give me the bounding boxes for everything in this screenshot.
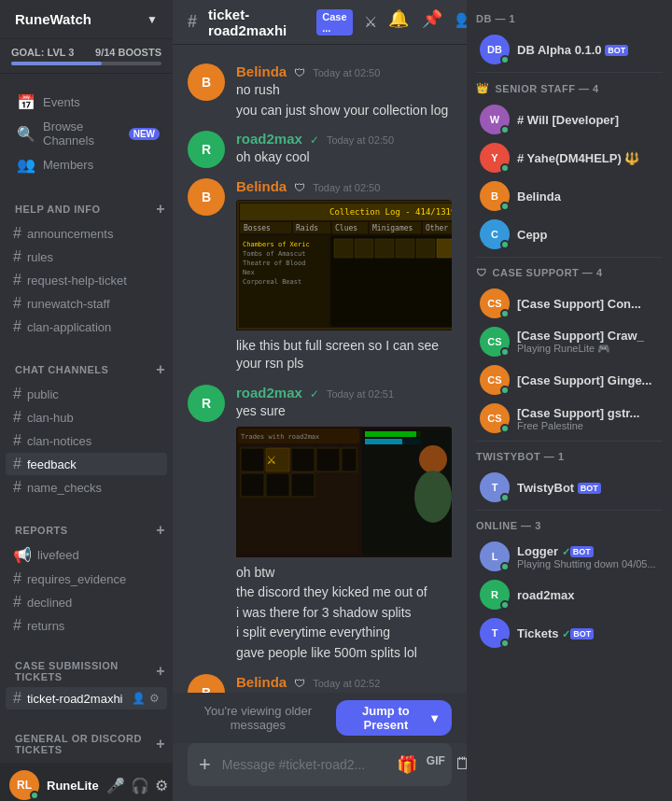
- channel-declined[interactable]: # declined: [6, 591, 167, 613]
- jump-to-present-button[interactable]: Jump to Present ▼: [336, 700, 452, 736]
- rs-member-gstr[interactable]: CS [Case Support] gstr... Free Palestine: [472, 400, 666, 437]
- gif-icon[interactable]: GIF: [427, 754, 445, 775]
- avatar: R: [188, 385, 225, 422]
- help-section-header: HELP AND INFO +: [0, 197, 173, 221]
- rs-member-name: [Case Support] gstr...: [517, 406, 659, 420]
- gift-icon[interactable]: 🎁: [397, 754, 417, 775]
- rs-member-info: road2max: [517, 588, 659, 602]
- channel-ticket-road2maxhi[interactable]: # ticket-road2maxhi 👤 ⚙: [6, 687, 167, 710]
- rs-divider: [476, 510, 663, 511]
- rs-member-info: Tickets ✓BOT: [517, 626, 659, 640]
- svg-rect-38: [342, 448, 357, 471]
- channel-tag[interactable]: Case ...: [316, 9, 352, 35]
- members-icon: 👥: [17, 156, 35, 174]
- channel-clan-notices[interactable]: # clan-notices: [6, 429, 167, 452]
- status-dot: [500, 562, 510, 571]
- sidebar-item-members[interactable]: 👥 Members: [6, 152, 167, 177]
- channel-requires-evidence[interactable]: # requires_evidence: [6, 568, 167, 590]
- svg-text:Trades with road2max: Trades with road2max: [241, 433, 319, 441]
- gear-icon[interactable]: ⚙: [149, 692, 160, 705]
- channel-feedback[interactable]: # feedback: [6, 453, 167, 475]
- bell-icon[interactable]: 🔔: [388, 8, 409, 36]
- channel-hash-icon: #: [188, 12, 197, 32]
- sidebar-item-events[interactable]: 📅 Events: [6, 90, 167, 115]
- message-content: road2max ✓ Today at 02:51 yes sure Trade…: [236, 385, 452, 665]
- rs-member-name: # Will [Developer]: [517, 113, 659, 127]
- channel-request-help-ticket[interactable]: # request-help-ticket: [6, 269, 167, 291]
- right-sidebar: DB — 1 DB DB Alpha 0.1.0 BOT 👑 SENIOR ST…: [467, 0, 672, 801]
- channel-public[interactable]: # public: [6, 383, 167, 405]
- message-content: road2max ✓ Today at 02:50 oh okay cool: [236, 131, 452, 169]
- channel-returns[interactable]: # returns: [6, 614, 167, 637]
- rs-member-road2max[interactable]: R road2max: [472, 576, 666, 613]
- message-line: oh okay cool: [236, 148, 452, 167]
- avatar-initials: C: [491, 229, 498, 240]
- rs-member-belinda[interactable]: B Belinda: [472, 177, 666, 215]
- rs-section-header-twisty: TWISTYBOT — 1: [467, 445, 672, 468]
- pin-icon[interactable]: 📌: [422, 8, 442, 36]
- status-dot: [500, 55, 510, 64]
- checkmark-icon: ✓: [562, 628, 570, 639]
- headphones-icon[interactable]: 🎧: [131, 777, 149, 794]
- chat-channel-title: ticket-road2maxhi: [208, 7, 287, 38]
- chat-input[interactable]: [222, 747, 385, 782]
- add-ticket-icon[interactable]: +: [156, 663, 165, 680]
- status-dot: [500, 163, 510, 173]
- sidebar-item-browse[interactable]: 🔍 Browse Channels NEW: [6, 116, 167, 151]
- channel-clan-hub[interactable]: # clan-hub: [6, 406, 167, 429]
- message-line: i split everytime everything: [236, 624, 452, 642]
- rs-member-will[interactable]: W # Will [Developer]: [472, 101, 666, 138]
- person-icon[interactable]: 👤: [132, 692, 146, 705]
- reports-section-header: REPORTS +: [0, 518, 173, 542]
- rs-member-tickets[interactable]: T Tickets ✓BOT: [472, 614, 666, 652]
- rs-member-status: Playing Shutting down 04/05...: [517, 558, 659, 569]
- mic-icon[interactable]: 🎤: [106, 777, 125, 794]
- channel-name-checks[interactable]: # name_checks: [6, 476, 167, 499]
- server-header[interactable]: RuneWatch ▼: [0, 0, 173, 39]
- rs-member-info: # Yahe(DM4HELP) 🔱: [517, 151, 659, 165]
- message-author: road2max: [236, 385, 302, 400]
- rs-member-logger[interactable]: L Logger ✓BOT Playing Shutting down 04/0…: [472, 538, 666, 575]
- avatar-initials: T: [492, 627, 498, 639]
- rs-member-name: Logger ✓BOT: [517, 544, 659, 558]
- add-reports-icon[interactable]: +: [156, 522, 165, 539]
- hash-icon: #: [13, 594, 21, 611]
- user-info: RuneLite: [47, 779, 99, 793]
- rs-member-info: Logger ✓BOT Playing Shutting down 04/05.…: [517, 544, 659, 569]
- rs-member-con[interactable]: CS [Case Support] Con...: [472, 285, 666, 322]
- user-area-1: RL RuneLite 🎤 🎧 ⚙: [0, 763, 173, 801]
- svg-rect-36: [291, 448, 315, 471]
- channel-runewatch-staff[interactable]: # runewatch-staff: [6, 292, 167, 315]
- avatar: B: [188, 674, 225, 693]
- older-messages-banner: You're viewing older messages Jump to Pr…: [173, 693, 467, 743]
- rs-member-cepp[interactable]: C Cepp: [472, 216, 666, 253]
- channel-label: clan-notices: [27, 434, 160, 448]
- channel-announcements[interactable]: # announcements: [6, 222, 167, 245]
- svg-text:⚔: ⚔: [267, 450, 276, 468]
- add-chat-channel-icon[interactable]: +: [156, 361, 165, 378]
- message-header: road2max ✓ Today at 02:50: [236, 131, 452, 147]
- rs-avatar: T: [480, 618, 510, 648]
- rs-section-label: SENIOR STAFF — 4: [496, 83, 599, 94]
- add-attachment-icon[interactable]: +: [195, 743, 215, 786]
- add-help-channel-icon[interactable]: +: [156, 201, 165, 218]
- rs-member-yahe[interactable]: Y # Yahe(DM4HELP) 🔱: [472, 139, 666, 176]
- mod-shield-icon: 🛡: [294, 66, 305, 79]
- rs-member-ginge[interactable]: CS [Case Support] Ginge...: [472, 361, 666, 399]
- channel-label: runewatch-staff: [27, 297, 160, 311]
- channel-clan-application[interactable]: # clan-application: [6, 316, 167, 338]
- rs-member-db-alpha[interactable]: DB DB Alpha 0.1.0 BOT: [472, 31, 666, 68]
- rs-member-craw[interactable]: CS [Case Support] Craw_ Playing RuneLite…: [472, 323, 666, 360]
- svg-rect-25: [416, 239, 435, 258]
- settings-icon[interactable]: ⚙: [155, 777, 168, 794]
- rs-member-twistybot[interactable]: T TwistyBot BOT: [472, 469, 666, 506]
- svg-text:Minigames: Minigames: [372, 224, 413, 232]
- browse-icon: 🔍: [17, 125, 35, 143]
- rs-member-name: TwistyBot BOT: [517, 481, 659, 495]
- add-discord-ticket-icon[interactable]: +: [156, 736, 165, 752]
- message-timestamp: Today at 02:51: [327, 388, 394, 400]
- rs-avatar: Y: [480, 143, 510, 173]
- svg-text:Bosses: Bosses: [244, 224, 271, 232]
- channel-livefeed[interactable]: 📢 livefeed: [6, 543, 167, 567]
- channel-rules[interactable]: # rules: [6, 246, 167, 268]
